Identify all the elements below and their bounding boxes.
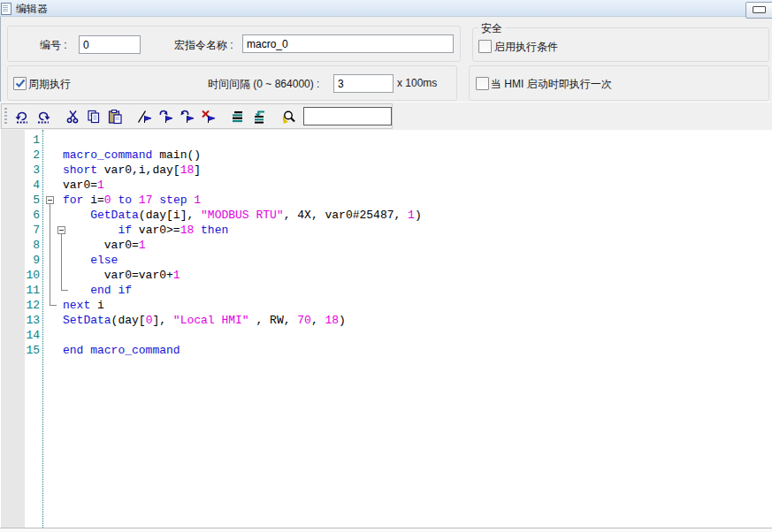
code-line: var0=1 — [63, 238, 422, 253]
periodic-checkbox[interactable] — [13, 77, 27, 90]
macro-editor-window: 编辑器 编号 : 宏指令名称 : 安全 启用执行条件 周期执行 时间间隔 (0 … — [0, 0, 772, 532]
toolbar-band — [0, 102, 772, 131]
search-input[interactable] — [303, 107, 392, 125]
toggle-bookmark-button[interactable] — [134, 106, 156, 127]
cut-icon — [65, 109, 81, 125]
number-label: 编号 : — [40, 38, 67, 53]
code-line: next i — [63, 298, 422, 313]
periodic-label: 周期执行 — [28, 77, 71, 92]
line-number: 13 — [0, 313, 40, 328]
goto-line-button[interactable] — [227, 106, 248, 127]
redo-button[interactable] — [33, 106, 54, 127]
line-number: 14 — [0, 328, 40, 343]
code-lines[interactable]: macro_command main()short var0,i,day[18]… — [63, 133, 422, 358]
next-bookmark-button[interactable] — [156, 106, 177, 127]
macro-name-input[interactable] — [242, 34, 454, 53]
line-number: 2 — [0, 148, 40, 163]
line-number: 10 — [0, 268, 40, 283]
macro-name-label: 宏指令名称 : — [174, 38, 233, 53]
line-number: 9 — [0, 253, 40, 268]
undo-button[interactable] — [11, 106, 33, 127]
back-reference-button[interactable] — [248, 106, 270, 127]
window-bottom-edge — [0, 528, 772, 532]
line-number: 5 — [0, 193, 40, 208]
cut-button[interactable] — [63, 106, 84, 127]
redo-icon — [35, 109, 51, 125]
window-icon — [1, 3, 11, 15]
code-line: var0=1 — [63, 178, 422, 193]
toolbar — [1, 103, 393, 129]
code-line: end if — [63, 283, 422, 298]
clear-bookmarks-button[interactable] — [198, 106, 219, 127]
maximize-icon — [753, 6, 766, 13]
code-line: SetData(day[0], "Local HMI" , RW, 70, 18… — [63, 313, 422, 328]
copy-icon — [86, 109, 102, 125]
list-arrow-icon — [251, 109, 267, 125]
bookmark-previous-flag-icon — [180, 109, 195, 125]
enable-condition-checkbox[interactable] — [478, 40, 492, 53]
interval-input[interactable] — [333, 74, 394, 93]
find-button[interactable] — [279, 106, 300, 127]
interval-unit-label: x 100ms — [397, 77, 437, 89]
line-number: 11 — [0, 283, 40, 298]
security-group-label: 安全 — [478, 21, 505, 36]
line-number: 7 — [0, 223, 40, 238]
code-line: else — [63, 253, 422, 268]
titlebar[interactable]: 编辑器 — [0, 0, 772, 17]
bookmark-pen-flag-icon — [137, 109, 153, 125]
line-number: 15 — [0, 343, 40, 358]
fold-line — [50, 204, 50, 305]
startup-group: 当 HMI 启动时即执行一次 — [469, 65, 769, 101]
periodic-group: 周期执行 时间间隔 (0 ~ 864000) : x 100ms — [7, 65, 457, 101]
line-number: 12 — [0, 298, 40, 313]
undo-icon — [14, 109, 30, 125]
code-line — [63, 328, 422, 343]
maximize-button[interactable] — [745, 2, 772, 19]
line-numbers: 123456789101112131415 — [0, 133, 40, 358]
code-line: for i=0 to 17 step 1 — [63, 193, 422, 208]
macro-id-group: 编号 : 宏指令名称 : — [7, 26, 461, 62]
code-line: macro_command main() — [63, 148, 422, 163]
fold-toggle[interactable] — [46, 196, 54, 204]
code-line: GetData(day[i], "MODBUS RTU", 4X, var0#2… — [63, 208, 422, 223]
line-number: 1 — [0, 133, 40, 148]
paste-button[interactable] — [104, 106, 126, 127]
code-line — [63, 133, 422, 148]
checkmark-icon — [14, 77, 27, 89]
bookmark-clear-flag-icon — [201, 109, 217, 125]
gutter-divider-line — [42, 130, 43, 528]
toolbar-grip-handle[interactable] — [4, 108, 7, 125]
line-number: 4 — [0, 178, 40, 193]
security-group: 安全 启用执行条件 — [472, 27, 769, 62]
fold-line — [61, 234, 62, 290]
copy-button[interactable] — [83, 106, 104, 127]
code-line: if var0>=18 then — [63, 223, 422, 238]
run-on-startup-checkbox[interactable] — [476, 77, 489, 90]
code-line: var0=var0+1 — [63, 268, 422, 283]
previous-bookmark-button[interactable] — [177, 106, 198, 127]
window-title: 编辑器 — [16, 2, 48, 17]
line-number: 3 — [0, 163, 40, 178]
search-wand-icon — [281, 109, 297, 125]
number-input[interactable] — [79, 35, 141, 54]
enable-condition-label: 启用执行条件 — [494, 40, 558, 55]
line-number: 6 — [0, 208, 40, 223]
code-editor[interactable]: 123456789101112131415 macro_command main… — [0, 130, 772, 528]
line-number: 8 — [0, 238, 40, 253]
run-on-startup-label: 当 HMI 启动时即执行一次 — [491, 77, 612, 92]
paste-icon — [107, 109, 123, 125]
code-line: short var0,i,day[18] — [63, 163, 422, 178]
list-lines-icon — [230, 109, 246, 125]
bookmark-next-flag-icon — [158, 109, 174, 125]
interval-label: 时间间隔 (0 ~ 864000) : — [208, 77, 319, 92]
code-line: end macro_command — [63, 343, 422, 358]
fold-line-end — [50, 305, 57, 306]
